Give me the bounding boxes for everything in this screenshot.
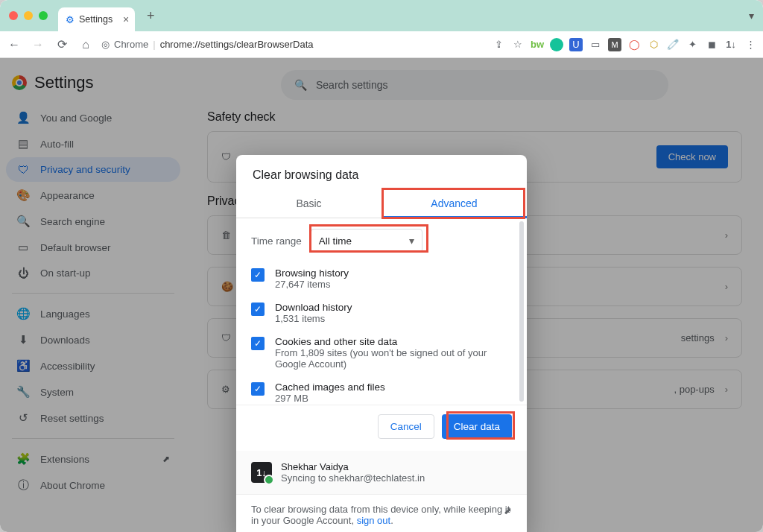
attachment-icon[interactable]: 🧷 bbox=[666, 38, 680, 51]
profile-sync: Syncing to shekhar@techlatest.in bbox=[281, 472, 425, 484]
dialog-footer: To clear browsing data from this device … bbox=[236, 494, 527, 532]
highlight-cleardata bbox=[446, 411, 515, 440]
check-download-history[interactable]: ✓ Download history1,531 items bbox=[251, 296, 512, 330]
checkbox-icon[interactable]: ✓ bbox=[251, 268, 265, 282]
share-icon[interactable]: ⇪ bbox=[492, 38, 505, 51]
back-icon[interactable]: ← bbox=[6, 38, 22, 51]
stop-icon[interactable]: ◼ bbox=[705, 38, 718, 51]
settings-icon: ⚙ bbox=[66, 14, 75, 25]
ublock-icon[interactable]: U bbox=[569, 38, 583, 51]
profile-avatar: 1↓ bbox=[251, 462, 272, 483]
tab-basic[interactable]: Basic bbox=[236, 189, 382, 218]
clear-browsing-data-dialog: Clear browsing data Basic Advanced Time … bbox=[236, 155, 527, 532]
browser-tab[interactable]: ⚙ Settings × bbox=[58, 7, 135, 31]
sign-out-link[interactable]: sign out bbox=[357, 515, 391, 526]
url-scheme: Chrome bbox=[114, 39, 148, 50]
highlight-timerange bbox=[309, 224, 428, 253]
fullscreen-window-icon[interactable] bbox=[39, 11, 48, 20]
dialog-title: Clear browsing data bbox=[236, 155, 527, 189]
grammarly-icon[interactable] bbox=[550, 38, 563, 51]
check-cookies[interactable]: ✓ Cookies and other site dataFrom 1,809 … bbox=[251, 330, 512, 376]
checkbox-icon[interactable]: ✓ bbox=[251, 337, 265, 350]
checkbox-icon[interactable]: ✓ bbox=[251, 382, 265, 396]
home-icon[interactable]: ⌂ bbox=[77, 38, 94, 51]
cancel-button[interactable]: Cancel bbox=[378, 414, 434, 439]
extensions-icon[interactable]: ✦ bbox=[686, 38, 699, 51]
address-bar[interactable]: ◎ Chrome | chrome://settings/clearBrowse… bbox=[101, 39, 314, 50]
highlight-advanced bbox=[382, 188, 525, 219]
chevron-down-icon[interactable]: ▾ bbox=[749, 10, 754, 22]
pip-icon[interactable]: ▭ bbox=[589, 38, 602, 51]
menu-icon[interactable]: ⋮ bbox=[744, 38, 757, 51]
close-window-icon[interactable] bbox=[9, 11, 18, 20]
1password-icon[interactable]: 1↓ bbox=[724, 38, 738, 51]
profile-name: Shekhar Vaidya bbox=[281, 461, 425, 472]
check-cache[interactable]: ✓ Cached images and files297 MB bbox=[251, 376, 512, 405]
close-tab-icon[interactable]: × bbox=[123, 13, 129, 25]
sync-profile-row: 1↓ Shekhar Vaidya Syncing to shekhar@tec… bbox=[236, 451, 527, 494]
browser-toolbar: ← → ⟳ ⌂ ◎ Chrome | chrome://settings/cle… bbox=[0, 31, 763, 58]
tab-title: Settings bbox=[79, 14, 113, 25]
opera-gx-icon[interactable]: ◯ bbox=[627, 38, 641, 51]
ext2-icon[interactable]: ⬡ bbox=[647, 38, 660, 51]
star-icon[interactable]: ☆ bbox=[511, 38, 525, 51]
open-in-new-icon[interactable]: ⬈ bbox=[504, 505, 512, 516]
check-browsing-history[interactable]: ✓ Browsing history27,647 items bbox=[251, 262, 512, 296]
new-tab-button[interactable]: + bbox=[141, 6, 160, 25]
gmail-icon[interactable]: M bbox=[608, 38, 621, 51]
reload-icon[interactable]: ⟳ bbox=[54, 37, 70, 51]
minimize-window-icon[interactable] bbox=[24, 11, 33, 20]
checkbox-icon[interactable]: ✓ bbox=[251, 303, 265, 316]
window-titlebar: ⚙ Settings × + ▾ bbox=[0, 0, 763, 31]
ext-bw[interactable]: bw bbox=[531, 38, 544, 51]
scrollbar[interactable] bbox=[519, 221, 524, 402]
time-range-label: Time range bbox=[251, 235, 302, 247]
forward-icon[interactable]: → bbox=[30, 38, 46, 51]
url-text: chrome://settings/clearBrowserData bbox=[160, 39, 314, 50]
chrome-scheme-icon: ◎ bbox=[101, 39, 110, 50]
